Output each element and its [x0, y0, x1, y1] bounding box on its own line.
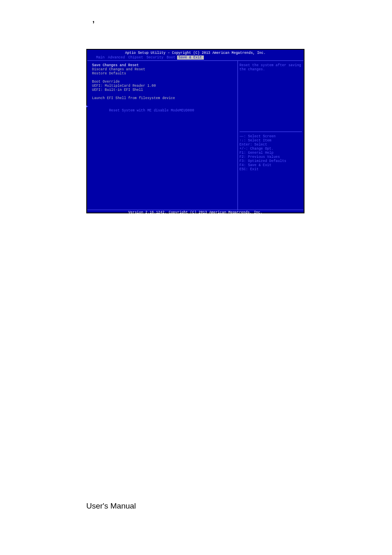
- bios-right-pane: Reset the system after saving the change…: [238, 61, 304, 210]
- item-restore-defaults[interactable]: Restore Defaults: [89, 72, 235, 76]
- item-help-line1: Reset the system after saving: [240, 63, 301, 67]
- bios-tab-bar[interactable]: MainAdvancedChipsetSecurityBootSave & Ex…: [87, 55, 304, 60]
- key-f1-help: F1: General Help: [240, 151, 302, 155]
- item-reset-me-disable[interactable]: ▶ Reset System with ME disable ModeMEUD0…: [89, 100, 235, 117]
- item-save-changes-reset[interactable]: Save Changes and Reset: [89, 63, 235, 67]
- bios-main-area: Save Changes and Reset Discard Changes a…: [87, 60, 304, 210]
- tab-advanced[interactable]: Advanced: [106, 56, 127, 60]
- key-f3-defaults: F3: Optimized Defaults: [240, 159, 302, 163]
- spacer: [89, 76, 235, 80]
- key-f2-previous: F2: Previous Values: [240, 155, 302, 159]
- spacer: [89, 92, 235, 96]
- tab-chipset[interactable]: Chipset: [127, 56, 145, 60]
- key-select-screen: →←: Select Screen: [240, 134, 302, 139]
- item-uefi-card-reader[interactable]: UEFI: MultipleCard Reader 1.00: [89, 84, 235, 88]
- bios-left-pane: Save Changes and Reset Discard Changes a…: [87, 61, 238, 210]
- bios-footer: Version 2.16.1242. Copyright (C) 2013 Am…: [87, 210, 304, 215]
- item-reset-me-label: Reset System with ME disable ModeMEUD000: [109, 109, 194, 112]
- item-launch-efi-shell[interactable]: Launch EFI Shell from filesystem device: [89, 96, 235, 100]
- item-help-line2: the changes.: [240, 67, 301, 72]
- key-change-opt: +/-: Change Opt.: [240, 147, 302, 151]
- tab-main[interactable]: Main: [95, 56, 106, 60]
- submenu-arrow-icon: ▶: [86, 104, 88, 109]
- key-esc-exit: ESC: Exit: [240, 167, 302, 171]
- bios-setup-window: Aptio Setup Utility – Copyright (C) 2013…: [86, 49, 304, 213]
- stray-comma: ,: [92, 16, 95, 24]
- key-help-block: →←: Select Screen ↑↓: Select Item Enter:…: [240, 132, 302, 171]
- item-discard-changes-reset[interactable]: Discard Changes and Reset: [89, 67, 235, 72]
- tab-security[interactable]: Security: [145, 56, 165, 60]
- label-boot-override: Boot Override: [89, 80, 235, 84]
- key-f4-save-exit: F4: Save & Exit: [240, 163, 302, 167]
- tab-save-exit[interactable]: Save & Exit: [177, 56, 204, 60]
- key-enter-select: Enter: Select: [240, 143, 302, 147]
- item-uefi-builtin-shell[interactable]: UEFI: Built-in EFI Shell: [89, 88, 235, 92]
- key-select-item: ↑↓: Select Item: [240, 139, 302, 143]
- page-footer-label: User's Manual: [86, 502, 136, 511]
- bios-title: Aptio Setup Utility – Copyright (C) 2013…: [87, 50, 304, 55]
- tab-boot[interactable]: Boot: [165, 56, 177, 60]
